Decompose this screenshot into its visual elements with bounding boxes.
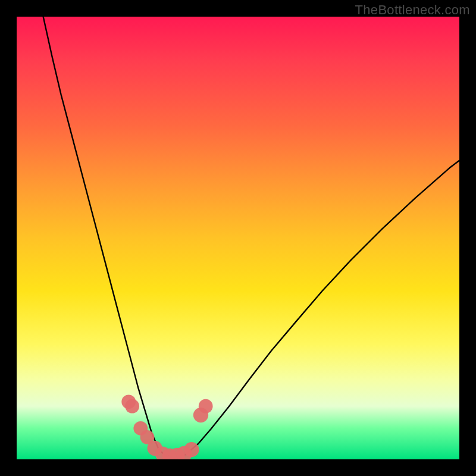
- watermark-text: TheBottleneck.com: [355, 2, 470, 18]
- chart-frame: TheBottleneck.com: [0, 0, 476, 476]
- curve-marker: [184, 442, 199, 457]
- curve-marker: [125, 399, 139, 414]
- curve-svg: [17, 17, 459, 459]
- curve-marker: [199, 399, 213, 414]
- plot-area: [17, 17, 459, 459]
- curve-markers: [121, 394, 212, 459]
- bottleneck-curve: [43, 17, 459, 458]
